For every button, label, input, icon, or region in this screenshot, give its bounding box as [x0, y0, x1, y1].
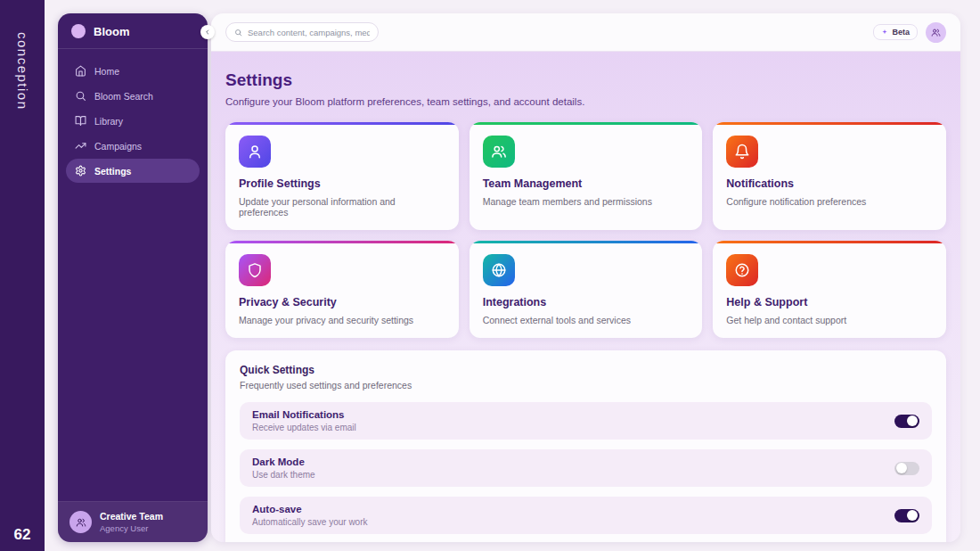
bloom-logo: [71, 24, 86, 38]
setting-description: Automatically save your work: [252, 517, 368, 527]
page-subtitle: Configure your Bloom platform preference…: [225, 96, 946, 107]
card-body: Team Management Manage team members and …: [470, 125, 703, 219]
home-icon: [75, 65, 86, 77]
card-body: Notifications Configure notification pre…: [713, 125, 946, 219]
card-body: Integrations Connect external tools and …: [470, 243, 703, 338]
settings-content: Settings Configure your Bloom platform p…: [211, 52, 960, 542]
sidebar-item-bloom-search[interactable]: Bloom Search: [66, 84, 200, 108]
sidebar-item-home[interactable]: Home: [66, 59, 200, 83]
chevron-left-icon: [204, 29, 211, 36]
main-panel: Beta Settings Configure your Bloom platf…: [211, 13, 960, 542]
card-integrations[interactable]: Integrations Connect external tools and …: [470, 241, 703, 338]
page-number: 62: [0, 526, 45, 544]
setting-row-auto-save: Auto-save Automatically save your work: [240, 497, 932, 534]
sidebar-collapse-button[interactable]: [200, 25, 215, 39]
trending-up-icon: [75, 140, 86, 152]
sidebar-item-label: Bloom Search: [94, 91, 153, 102]
sidebar-nav: Home Bloom Search Library Campaigns Sett…: [58, 49, 208, 501]
search-icon: [234, 29, 242, 37]
card-notifications[interactable]: Notifications Configure notification pre…: [713, 122, 946, 230]
beta-badge: Beta: [873, 24, 918, 40]
setting-description: Use dark theme: [252, 470, 315, 480]
card-title: Notifications: [726, 177, 933, 190]
card-description: Get help and contact support: [726, 315, 933, 325]
card-description: Connect external tools and services: [483, 315, 690, 325]
book-open-icon: [75, 115, 86, 127]
setting-label: Email Notifications: [252, 409, 356, 420]
quick-settings-title: Quick Settings: [240, 364, 932, 376]
card-profile-settings[interactable]: Profile Settings Update your personal in…: [225, 122, 459, 230]
toggle-knob: [896, 463, 907, 473]
card-title: Help & Support: [726, 296, 933, 308]
card-help-support[interactable]: Help & Support Get help and contact supp…: [713, 241, 946, 338]
card-title: Privacy & Security: [239, 296, 445, 308]
bell-icon: [726, 136, 758, 168]
setting-label: Auto-save: [252, 504, 368, 514]
card-team-management[interactable]: Team Management Manage team members and …: [470, 122, 703, 230]
left-accent-strip: conception 62: [0, 0, 45, 551]
sidebar-header: Bloom: [58, 13, 208, 49]
vertical-brand-text: conception: [15, 32, 30, 111]
setting-label: Dark Mode: [252, 456, 315, 467]
toggle-knob: [907, 510, 918, 521]
user-icon: [239, 136, 271, 168]
sidebar-item-label: Settings: [94, 166, 131, 177]
page-title: Settings: [225, 70, 946, 90]
sidebar: Bloom Home Bloom Search Library: [58, 13, 208, 542]
search-icon: [75, 90, 86, 102]
topbar-right: Beta: [873, 22, 946, 43]
setting-description: Receive updates via email: [252, 423, 356, 432]
help-circle-icon: [726, 254, 758, 286]
card-body: Privacy & Security Manage your privacy a…: [225, 243, 459, 338]
quick-settings-panel: Quick Settings Frequently used settings …: [225, 350, 946, 542]
search-box: [225, 22, 379, 42]
toggle-auto-save[interactable]: [894, 509, 919, 522]
toggle-email-notifications[interactable]: [894, 415, 919, 428]
sidebar-user-card[interactable]: Creative Team Agency User: [58, 501, 208, 542]
card-description: Update your personal information and pre…: [239, 196, 445, 218]
sidebar-item-label: Library: [94, 116, 123, 127]
card-title: Profile Settings: [239, 177, 445, 190]
quick-settings-subtitle: Frequently used settings and preferences: [240, 380, 932, 391]
sparkle-icon: [881, 29, 888, 36]
card-description: Configure notification preferences: [726, 196, 933, 207]
card-body: Help & Support Get help and contact supp…: [713, 243, 946, 338]
setting-row-email-notifications: Email Notifications Receive updates via …: [240, 402, 932, 440]
card-title: Team Management: [483, 177, 690, 190]
card-description: Manage team members and permissions: [483, 196, 690, 207]
globe-icon: [483, 254, 515, 286]
card-privacy-security[interactable]: Privacy & Security Manage your privacy a…: [225, 241, 459, 338]
user-avatar: [69, 511, 92, 533]
profile-avatar-button[interactable]: [926, 22, 946, 43]
shield-icon: [239, 254, 271, 286]
brand-name: Bloom: [94, 25, 129, 38]
topbar: Beta: [211, 13, 960, 52]
users-icon: [483, 136, 515, 168]
sidebar-item-campaigns[interactable]: Campaigns: [66, 134, 200, 158]
sidebar-item-label: Campaigns: [94, 141, 142, 152]
card-description: Manage your privacy and security setting…: [239, 315, 445, 325]
user-name: Creative Team: [100, 511, 163, 522]
card-title: Integrations: [483, 296, 690, 308]
settings-cards-grid: Profile Settings Update your personal in…: [225, 122, 946, 338]
users-icon: [931, 28, 941, 37]
sidebar-item-library[interactable]: Library: [66, 109, 200, 133]
toggle-knob: [907, 415, 918, 426]
sidebar-item-settings[interactable]: Settings: [66, 159, 200, 183]
beta-label: Beta: [892, 28, 910, 37]
gear-icon: [75, 165, 86, 177]
search-input[interactable]: [248, 28, 370, 37]
sidebar-item-label: Home: [94, 66, 119, 77]
user-role: Agency User: [100, 523, 163, 533]
card-body: Profile Settings Update your personal in…: [225, 125, 459, 230]
users-icon: [76, 517, 86, 528]
setting-row-dark-mode: Dark Mode Use dark theme: [240, 449, 932, 487]
toggle-dark-mode[interactable]: [894, 462, 919, 475]
